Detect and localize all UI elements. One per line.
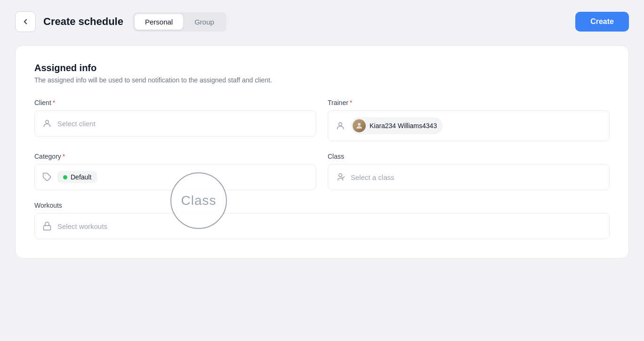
client-field-group: Client * Select client — [34, 99, 316, 141]
workouts-select-field[interactable]: Select workouts — [34, 213, 610, 239]
group-toggle-button[interactable]: Group — [184, 14, 225, 30]
create-button[interactable]: Create — [575, 12, 629, 32]
section-title: Assigned info — [34, 63, 610, 73]
trainer-name: Kiara234 Williams4343 — [370, 122, 437, 130]
category-badge: Default — [57, 171, 97, 183]
assigned-info-card: Assigned info The assigned info will be … — [15, 45, 629, 259]
trainer-person-icon — [336, 121, 345, 130]
svg-point-0 — [46, 120, 49, 123]
svg-point-4 — [339, 174, 342, 177]
class-label: Class — [328, 153, 610, 160]
personal-toggle-button[interactable]: Personal — [135, 14, 183, 30]
workouts-placeholder: Select workouts — [57, 222, 107, 230]
category-select-field[interactable]: Default — [34, 164, 316, 190]
client-required-star: * — [53, 99, 55, 106]
client-placeholder: Select client — [57, 120, 96, 128]
category-label: Category * — [34, 153, 316, 160]
client-label: Client * — [34, 99, 316, 106]
svg-point-2 — [358, 123, 361, 126]
workouts-label: Workouts — [34, 202, 610, 209]
client-select-field[interactable]: Select client — [34, 110, 316, 137]
trainer-label: Trainer * — [328, 99, 610, 106]
svg-rect-5 — [44, 226, 51, 230]
class-person-icon — [336, 172, 345, 182]
client-trainer-row: Client * Select client — [34, 99, 610, 141]
category-field-group: Category * Default — [34, 153, 316, 190]
tag-icon — [42, 172, 52, 182]
class-select-field[interactable]: Select a class — [328, 164, 610, 190]
svg-point-1 — [339, 122, 342, 126]
page-title: Create schedule — [43, 16, 123, 28]
workouts-field-group: Workouts Select workouts — [34, 202, 610, 239]
trainer-chip: Kiara234 Williams4343 — [351, 117, 443, 134]
category-value: Default — [71, 173, 91, 181]
trainer-select-field[interactable]: Kiara234 Williams4343 — [328, 110, 610, 141]
class-placeholder: Select a class — [351, 173, 394, 181]
trainer-required-star: * — [350, 99, 352, 106]
class-field-group: Class Select a class — [328, 153, 610, 190]
category-required-star: * — [63, 153, 65, 160]
lock-icon — [42, 221, 52, 231]
client-person-icon — [42, 119, 52, 128]
back-button[interactable] — [15, 11, 36, 32]
category-status-dot — [63, 175, 67, 179]
avatar — [353, 119, 366, 132]
page-header: Create schedule Personal Group Create — [15, 11, 629, 32]
category-class-row: Category * Default — [34, 153, 610, 190]
trainer-field-group: Trainer * — [328, 99, 610, 141]
card-wrapper: Assigned info The assigned info will be … — [15, 45, 629, 259]
schedule-type-toggle: Personal Group — [133, 12, 226, 32]
section-desc: The assigned info will be used to send n… — [34, 76, 610, 84]
